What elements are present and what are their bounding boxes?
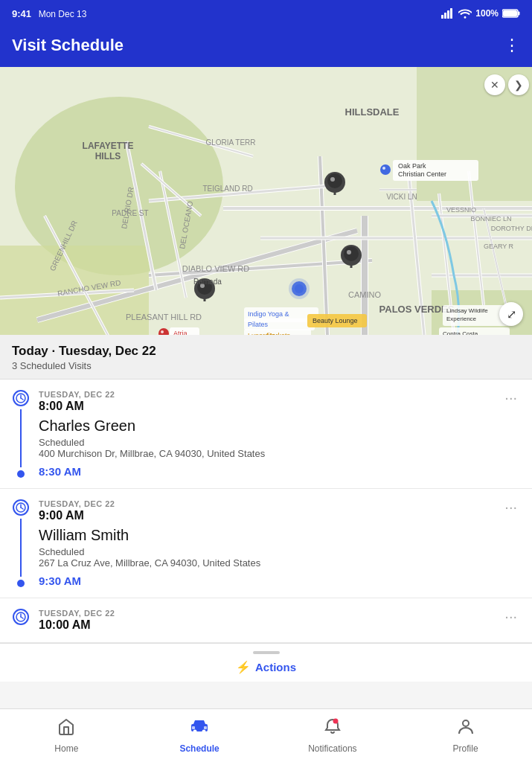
nav-notifications[interactable]: Notifications [266,709,400,762]
svg-text:VESSNIO: VESSNIO [446,206,476,214]
svg-point-72 [327,173,342,188]
svg-text:GEARY R: GEARY R [484,243,514,250]
visit-dot-0 [17,470,25,478]
status-time-day: 9:41 Mon Dec 13 [12,8,86,19]
svg-text:Beauty Lounge: Beauty Lounge [313,317,358,324]
signal-icon [441,8,455,19]
svg-rect-2 [447,10,449,19]
visit-item-1: TUESDAY, DEC 22 9:00 AM William Smith Sc… [0,489,532,598]
svg-text:LAFAYETTE: LAFAYETTE [83,141,134,151]
home-icon [57,718,75,740]
nav-schedule[interactable]: Schedule [133,709,266,762]
nav-notifications-label: Notifications [308,743,356,754]
svg-line-116 [21,617,23,618]
bell-icon [324,718,341,740]
svg-point-123 [463,720,469,726]
visit-more-button-0[interactable]: ··· [501,390,520,478]
visit-dot-1 [17,580,25,587]
visit-list: TUESDAY, DEC 22 8:00 AM Charles Green Sc… [0,380,532,643]
status-time: 9:41 [12,8,31,19]
visit-timeline-1 [12,499,30,587]
svg-rect-120 [192,726,195,729]
svg-text:DIABLO VIEW RD: DIABLO VIEW RD [182,264,250,273]
svg-rect-0 [441,15,443,19]
svg-text:Oak Park: Oak Park [398,162,426,170]
scheduled-visits-count: 3 Scheduled Visits [12,360,520,371]
visit-timeline-2 [12,609,30,632]
svg-rect-6 [518,12,520,16]
svg-text:Experience: Experience [446,316,477,322]
nav-schedule-label: Schedule [179,743,219,754]
visit-address-1: 267 La Cruz Ave, Millbrae, CA 94030, Uni… [39,557,493,569]
visit-status-1: Scheduled [39,546,493,557]
date-header-title: Today · Tuesday, Dec 22 [12,344,520,359]
battery-icon [502,9,520,18]
visit-more-button-1[interactable]: ··· [501,499,520,587]
status-icons: 100% [441,8,520,19]
svg-rect-3 [450,8,452,19]
actions-handle [253,651,280,654]
date-header: Today · Tuesday, Dec 22 3 Scheduled Visi… [0,335,532,380]
nav-profile[interactable]: Profile [399,709,532,762]
svg-text:Lindsay Wildlife: Lindsay Wildlife [446,307,488,314]
visit-content-0: TUESDAY, DEC 22 8:00 AM Charles Green Sc… [39,390,493,478]
map-expand-button[interactable]: ❯ [508,74,529,95]
visit-name-0: Charles Green [39,417,493,435]
svg-text:PADRE ST: PADRE ST [112,209,148,217]
actions-label: Actions [255,661,296,673]
svg-point-83 [289,278,310,299]
person-icon [458,718,474,740]
page-title: Visit Schedule [12,36,124,55]
visit-item-2: TUESDAY, DEC 22 10:00 AM ··· [0,598,532,643]
visit-start-time-2: 10:00 AM [39,618,493,632]
svg-point-85 [382,167,385,170]
svg-text:CAMINO: CAMINO [348,290,381,299]
nav-home-label: Home [54,743,78,754]
car-icon [190,718,209,740]
visit-start-time-1: 9:00 AM [39,509,493,522]
map-view[interactable]: LAFAYETTE HILLS HILLSDALE PALOS VERDES G… [0,67,532,335]
svg-rect-5 [503,10,517,16]
visit-status-0: Scheduled [39,437,493,448]
svg-point-75 [344,246,359,261]
map-close-button[interactable]: ✕ [484,74,505,95]
visit-item-0: TUESDAY, DEC 22 8:00 AM Charles Green Sc… [0,380,532,489]
map-resize-button[interactable]: ⤢ [499,302,523,326]
visit-more-button-2[interactable]: ··· [501,609,520,632]
svg-text:PLEASANT HILL RD: PLEASANT HILL RD [126,313,202,321]
actions-bar[interactable]: ⚡ Actions [0,643,532,682]
nav-profile-label: Profile [453,743,478,754]
nav-home[interactable]: Home [0,709,133,762]
svg-line-113 [21,508,23,509]
visit-day-1: TUESDAY, DEC 22 [39,499,493,508]
visit-content-1: TUESDAY, DEC 22 9:00 AM William Smith Sc… [39,499,493,587]
actions-bar-content: ⚡ Actions [236,660,296,674]
svg-rect-1 [444,13,446,19]
visit-clock-icon-1 [13,499,29,516]
app-header: Visit Schedule ⋮ [0,27,532,67]
battery-label: 100% [475,8,499,19]
visit-end-time-1: 9:30 AM [39,574,493,587]
svg-text:GLORIA TERR: GLORIA TERR [205,138,255,147]
bottom-nav: Home Schedule Notifications [0,708,532,762]
visit-clock-icon-2 [13,609,29,625]
svg-text:HILLSDALE: HILLSDALE [345,106,400,118]
visit-line-0 [20,409,22,467]
svg-text:Pilates: Pilates [248,321,269,328]
svg-rect-121 [204,726,207,729]
svg-point-119 [202,729,206,733]
svg-text:BONNIEC LN: BONNIEC LN [470,215,511,222]
svg-text:Christian Center: Christian Center [398,170,446,178]
svg-text:HILLS: HILLS [95,151,121,161]
visit-timeline-0 [12,390,30,478]
visit-day-2: TUESDAY, DEC 22 [39,609,493,618]
svg-text:TEIGLAND RD: TEIGLAND RD [202,185,252,193]
visit-start-time-0: 8:00 AM [39,400,493,413]
wifi-icon [458,8,472,19]
svg-text:VICKI LN: VICKI LN [386,193,417,201]
header-menu-button[interactable]: ⋮ [504,36,520,55]
svg-text:Markets: Markets [266,332,291,335]
svg-point-96 [161,330,164,333]
svg-text:Indigo Yoga &: Indigo Yoga & [248,310,289,318]
svg-text:Atria: Atria [173,330,188,335]
